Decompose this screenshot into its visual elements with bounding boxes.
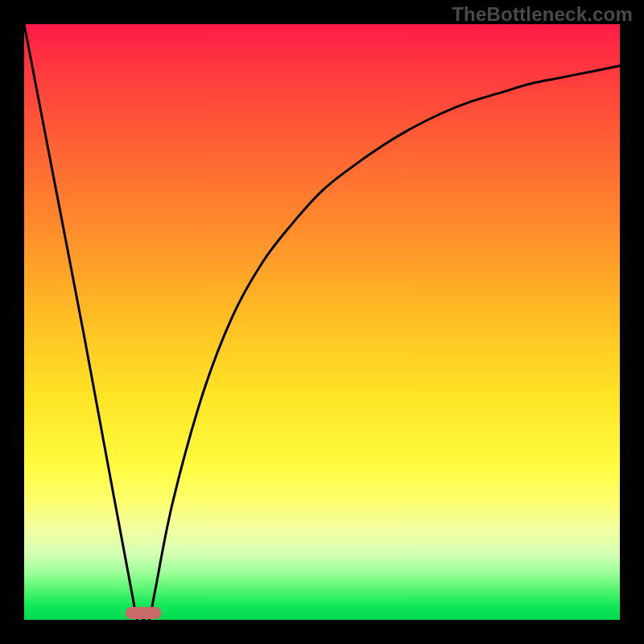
curve-svg <box>24 24 620 620</box>
target-marker <box>126 607 161 619</box>
watermark-text: TheBottleneck.com <box>452 3 633 26</box>
chart-frame: TheBottleneck.com <box>0 0 644 644</box>
bottleneck-curve <box>24 24 620 620</box>
plot-area <box>24 24 620 620</box>
